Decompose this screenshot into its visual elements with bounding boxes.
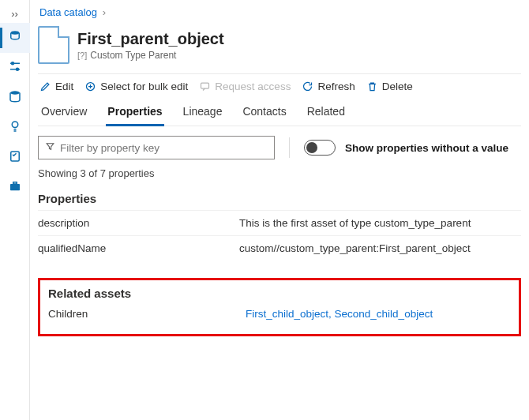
rail-insights[interactable] <box>0 113 30 143</box>
chat-icon <box>199 81 211 92</box>
svg-rect-8 <box>10 184 20 190</box>
page-subtitle: Custom Type Parent <box>90 50 176 61</box>
delete-label: Delete <box>382 81 413 92</box>
divider <box>289 137 290 158</box>
tab-contacts[interactable]: Contacts <box>241 100 287 126</box>
tab-overview[interactable]: Overview <box>39 100 88 126</box>
file-icon <box>38 26 69 64</box>
expand-rail-icon[interactable]: ›› <box>11 5 18 23</box>
rail-controls[interactable] <box>0 53 30 83</box>
toolbar: Edit Select for bulk edit Request access… <box>38 73 521 100</box>
svg-point-6 <box>12 122 18 128</box>
svg-rect-11 <box>201 83 209 88</box>
tabs: Overview Properties Lineage Contacts Rel… <box>38 100 521 126</box>
refresh-icon <box>302 81 313 92</box>
checklist-icon <box>8 149 22 167</box>
property-value: This is the first asset of type custom_t… <box>239 217 521 229</box>
request-label: Request access <box>215 81 291 92</box>
briefcase-icon <box>8 179 22 197</box>
data-icon <box>8 29 22 47</box>
show-empty-toggle[interactable] <box>304 140 336 156</box>
property-count: Showing 3 of 7 properties <box>38 167 521 179</box>
pencil-icon <box>39 81 51 92</box>
tab-properties[interactable]: Properties <box>106 100 163 126</box>
edit-label: Edit <box>55 81 73 92</box>
svg-rect-7 <box>10 152 19 161</box>
page-title: First_parent_object <box>77 30 224 47</box>
bulk-edit-button[interactable]: Select for bulk edit <box>84 81 188 92</box>
chevron-right-icon: › <box>100 6 108 18</box>
rail-manage[interactable] <box>0 173 30 203</box>
lightbulb-icon <box>8 119 22 137</box>
rail-policy[interactable] <box>0 143 30 173</box>
trash-icon <box>366 81 378 92</box>
related-heading: Related assets <box>48 287 511 300</box>
rail-catalog[interactable] <box>0 23 30 53</box>
svg-rect-4 <box>10 69 20 70</box>
property-row: description This is the first asset of t… <box>38 210 521 235</box>
refresh-label: Refresh <box>317 81 355 92</box>
database-icon <box>8 89 22 107</box>
svg-rect-3 <box>10 63 20 65</box>
custom-type-icon: [?] <box>77 51 87 60</box>
breadcrumb-data-catalog[interactable]: Data catalog <box>39 6 97 18</box>
svg-rect-9 <box>13 182 17 184</box>
related-link-1[interactable]: Second_child_object <box>335 308 433 320</box>
refresh-button[interactable]: Refresh <box>302 81 355 92</box>
tab-lineage[interactable]: Lineage <box>182 100 224 126</box>
edit-button[interactable]: Edit <box>39 81 73 92</box>
related-link-0[interactable]: First_child_object <box>246 308 328 320</box>
request-access-button: Request access <box>199 81 291 92</box>
svg-point-5 <box>10 91 20 95</box>
bulk-label: Select for bulk edit <box>100 81 188 92</box>
svg-point-0 <box>10 31 19 35</box>
property-key: description <box>38 217 239 229</box>
filter-placeholder: Filter by property key <box>60 142 159 154</box>
controls-icon <box>8 59 22 77</box>
properties-heading: Properties <box>38 192 521 205</box>
tab-related[interactable]: Related <box>306 100 347 126</box>
breadcrumb: Data catalog › <box>38 5 521 24</box>
circle-plus-icon <box>84 81 96 92</box>
toggle-label: Show properties without a value <box>345 142 508 154</box>
related-values: First_child_object, Second_child_object <box>246 308 433 320</box>
property-key: qualifiedName <box>38 242 239 254</box>
rail-db[interactable] <box>0 83 30 113</box>
property-value: custom//custom_type_parent:First_parent_… <box>239 242 521 254</box>
filter-icon <box>45 141 55 154</box>
delete-button[interactable]: Delete <box>366 81 413 92</box>
main-content: Data catalog › First_parent_object [?] C… <box>30 0 529 420</box>
left-rail: ›› <box>0 0 30 420</box>
related-assets-section: Related assets Children First_child_obje… <box>38 278 521 336</box>
related-key: Children <box>48 308 246 320</box>
filter-input[interactable]: Filter by property key <box>38 136 275 159</box>
property-row: qualifiedName custom//custom_type_parent… <box>38 235 521 261</box>
properties-list: description This is the first asset of t… <box>38 210 521 261</box>
